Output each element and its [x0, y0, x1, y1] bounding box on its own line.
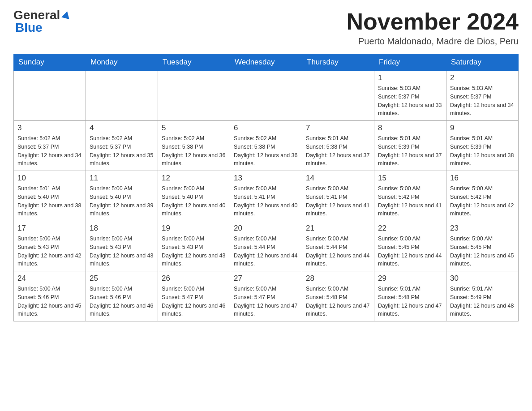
header-thursday: Thursday: [302, 54, 374, 71]
cell-week2-day6: 16Sunrise: 5:00 AM Sunset: 5:42 PM Dayli…: [446, 171, 519, 221]
day-info: Sunrise: 5:00 AM Sunset: 5:43 PM Dayligh…: [162, 235, 226, 268]
day-info: Sunrise: 5:03 AM Sunset: 5:37 PM Dayligh…: [450, 84, 515, 118]
day-info: Sunrise: 5:01 AM Sunset: 5:39 PM Dayligh…: [378, 134, 442, 168]
day-number: 7: [306, 124, 370, 133]
cell-week2-day0: 10Sunrise: 5:01 AM Sunset: 5:40 PM Dayli…: [14, 171, 86, 221]
day-info: Sunrise: 5:00 AM Sunset: 5:44 PM Dayligh…: [234, 235, 298, 268]
cell-week4-day4: 28Sunrise: 5:00 AM Sunset: 5:48 PM Dayli…: [302, 271, 374, 321]
day-number: 17: [17, 224, 82, 233]
day-info: Sunrise: 5:00 AM Sunset: 5:40 PM Dayligh…: [162, 184, 226, 218]
day-info: Sunrise: 5:01 AM Sunset: 5:40 PM Dayligh…: [17, 184, 82, 218]
header-tuesday: Tuesday: [158, 54, 230, 71]
cell-week4-day6: 30Sunrise: 5:01 AM Sunset: 5:49 PM Dayli…: [446, 271, 519, 321]
day-number: 20: [234, 224, 298, 233]
day-number: 26: [162, 274, 226, 283]
cell-week4-day3: 27Sunrise: 5:00 AM Sunset: 5:47 PM Dayli…: [230, 271, 302, 321]
day-info: Sunrise: 5:00 AM Sunset: 5:43 PM Dayligh…: [17, 235, 82, 268]
cell-week0-day0: [14, 71, 86, 121]
cell-week3-day6: 23Sunrise: 5:00 AM Sunset: 5:45 PM Dayli…: [446, 221, 519, 271]
day-number: 4: [90, 124, 154, 133]
logo: General Blue: [13, 9, 70, 34]
day-info: Sunrise: 5:02 AM Sunset: 5:37 PM Dayligh…: [90, 134, 154, 168]
day-info: Sunrise: 5:02 AM Sunset: 5:38 PM Dayligh…: [162, 134, 226, 168]
cell-week1-day1: 4Sunrise: 5:02 AM Sunset: 5:37 PM Daylig…: [86, 121, 158, 171]
logo-blue-text: Blue: [15, 21, 43, 34]
cell-week2-day5: 15Sunrise: 5:00 AM Sunset: 5:42 PM Dayli…: [374, 171, 446, 221]
cell-week3-day4: 21Sunrise: 5:00 AM Sunset: 5:44 PM Dayli…: [302, 221, 374, 271]
day-info: Sunrise: 5:00 AM Sunset: 5:42 PM Dayligh…: [450, 184, 515, 218]
day-number: 22: [378, 224, 442, 233]
day-number: 13: [234, 174, 298, 183]
cell-week3-day3: 20Sunrise: 5:00 AM Sunset: 5:44 PM Dayli…: [230, 221, 302, 271]
day-info: Sunrise: 5:00 AM Sunset: 5:46 PM Dayligh…: [17, 285, 82, 318]
day-info: Sunrise: 5:01 AM Sunset: 5:39 PM Dayligh…: [450, 134, 515, 168]
day-info: Sunrise: 5:00 AM Sunset: 5:45 PM Dayligh…: [450, 235, 515, 268]
day-info: Sunrise: 5:00 AM Sunset: 5:44 PM Dayligh…: [306, 235, 370, 268]
calendar-table: Sunday Monday Tuesday Wednesday Thursday…: [13, 54, 519, 321]
location-title: Puerto Maldonado, Madre de Dios, Peru: [347, 36, 519, 47]
cell-week4-day1: 25Sunrise: 5:00 AM Sunset: 5:46 PM Dayli…: [86, 271, 158, 321]
title-section: November 2024 Puerto Maldonado, Madre de…: [347, 9, 519, 47]
cell-week2-day4: 14Sunrise: 5:00 AM Sunset: 5:41 PM Dayli…: [302, 171, 374, 221]
day-number: 14: [306, 174, 370, 183]
day-info: Sunrise: 5:00 AM Sunset: 5:41 PM Dayligh…: [306, 184, 370, 218]
day-info: Sunrise: 5:00 AM Sunset: 5:46 PM Dayligh…: [90, 285, 154, 318]
header-friday: Friday: [374, 54, 446, 71]
day-number: 1: [378, 73, 442, 82]
cell-week0-day5: 1Sunrise: 5:03 AM Sunset: 5:37 PM Daylig…: [374, 71, 446, 121]
cell-week3-day2: 19Sunrise: 5:00 AM Sunset: 5:43 PM Dayli…: [158, 221, 230, 271]
month-title: November 2024: [347, 9, 519, 34]
header-row: Sunday Monday Tuesday Wednesday Thursday…: [14, 54, 519, 71]
week-row-3: 17Sunrise: 5:00 AM Sunset: 5:43 PM Dayli…: [14, 221, 519, 271]
day-number: 12: [162, 174, 226, 183]
day-number: 18: [90, 224, 154, 233]
cell-week0-day6: 2Sunrise: 5:03 AM Sunset: 5:37 PM Daylig…: [446, 71, 519, 121]
cell-week1-day2: 5Sunrise: 5:02 AM Sunset: 5:38 PM Daylig…: [158, 121, 230, 171]
day-info: Sunrise: 5:02 AM Sunset: 5:38 PM Dayligh…: [234, 134, 298, 168]
cell-week0-day4: [302, 71, 374, 121]
day-info: Sunrise: 5:00 AM Sunset: 5:41 PM Dayligh…: [234, 184, 298, 218]
day-number: 9: [450, 124, 515, 133]
cell-week2-day1: 11Sunrise: 5:00 AM Sunset: 5:40 PM Dayli…: [86, 171, 158, 221]
cell-week3-day1: 18Sunrise: 5:00 AM Sunset: 5:43 PM Dayli…: [86, 221, 158, 271]
day-info: Sunrise: 5:00 AM Sunset: 5:42 PM Dayligh…: [378, 184, 442, 218]
day-number: 29: [378, 274, 442, 283]
day-number: 8: [378, 124, 442, 133]
day-number: 30: [450, 274, 515, 283]
header-wednesday: Wednesday: [230, 54, 302, 71]
week-row-1: 3Sunrise: 5:02 AM Sunset: 5:37 PM Daylig…: [14, 121, 519, 171]
day-number: 21: [306, 224, 370, 233]
day-number: 25: [90, 274, 154, 283]
cell-week1-day4: 7Sunrise: 5:01 AM Sunset: 5:38 PM Daylig…: [302, 121, 374, 171]
day-info: Sunrise: 5:00 AM Sunset: 5:48 PM Dayligh…: [306, 285, 370, 318]
cell-week2-day3: 13Sunrise: 5:00 AM Sunset: 5:41 PM Dayli…: [230, 171, 302, 221]
cell-week4-day5: 29Sunrise: 5:01 AM Sunset: 5:48 PM Dayli…: [374, 271, 446, 321]
day-info: Sunrise: 5:00 AM Sunset: 5:45 PM Dayligh…: [378, 235, 442, 268]
cell-week3-day0: 17Sunrise: 5:00 AM Sunset: 5:43 PM Dayli…: [14, 221, 86, 271]
day-number: 3: [17, 124, 82, 133]
week-row-4: 24Sunrise: 5:00 AM Sunset: 5:46 PM Dayli…: [14, 271, 519, 321]
cell-week1-day3: 6Sunrise: 5:02 AM Sunset: 5:38 PM Daylig…: [230, 121, 302, 171]
cell-week0-day2: [158, 71, 230, 121]
cell-week1-day5: 8Sunrise: 5:01 AM Sunset: 5:39 PM Daylig…: [374, 121, 446, 171]
cell-week0-day1: [86, 71, 158, 121]
header-monday: Monday: [86, 54, 158, 71]
day-number: 5: [162, 124, 226, 133]
day-number: 27: [234, 274, 298, 283]
day-number: 6: [234, 124, 298, 133]
day-number: 24: [17, 274, 82, 283]
week-row-2: 10Sunrise: 5:01 AM Sunset: 5:40 PM Dayli…: [14, 171, 519, 221]
cell-week3-day5: 22Sunrise: 5:00 AM Sunset: 5:45 PM Dayli…: [374, 221, 446, 271]
cell-week4-day0: 24Sunrise: 5:00 AM Sunset: 5:46 PM Dayli…: [14, 271, 86, 321]
day-number: 2: [450, 73, 515, 82]
day-number: 15: [378, 174, 442, 183]
day-info: Sunrise: 5:00 AM Sunset: 5:40 PM Dayligh…: [90, 184, 154, 218]
day-info: Sunrise: 5:00 AM Sunset: 5:47 PM Dayligh…: [162, 285, 226, 318]
day-number: 10: [17, 174, 82, 183]
logo-general-text: General: [13, 9, 60, 21]
cell-week2-day2: 12Sunrise: 5:00 AM Sunset: 5:40 PM Dayli…: [158, 171, 230, 221]
week-row-0: 1Sunrise: 5:03 AM Sunset: 5:37 PM Daylig…: [14, 71, 519, 121]
day-number: 28: [306, 274, 370, 283]
cell-week0-day3: [230, 71, 302, 121]
day-info: Sunrise: 5:01 AM Sunset: 5:49 PM Dayligh…: [450, 285, 515, 318]
